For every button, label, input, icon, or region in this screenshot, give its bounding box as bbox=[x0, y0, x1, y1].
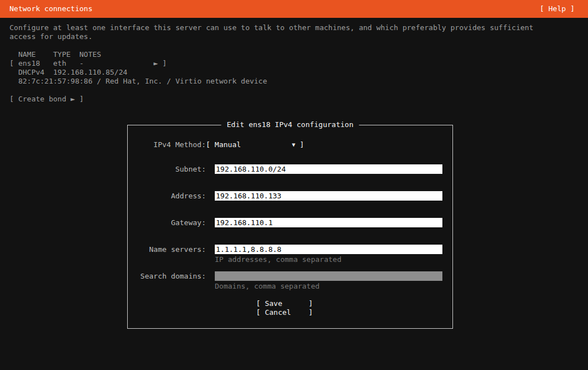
dropdown-bracket-left: [ bbox=[206, 140, 210, 149]
gateway-input[interactable] bbox=[215, 218, 442, 227]
cancel-button[interactable]: [ Cancel ] bbox=[256, 308, 313, 317]
app-title-bar: Network connections [ Help ] bbox=[0, 0, 588, 18]
gateway-label: Gateway: bbox=[134, 218, 206, 227]
search-domains-input[interactable] bbox=[215, 271, 442, 281]
nameservers-input[interactable] bbox=[215, 245, 442, 254]
search-domains-row: Search domains: bbox=[128, 271, 452, 281]
dropdown-arrow-icon: ▼ bbox=[292, 140, 300, 149]
intro-text-line2: access for updates. bbox=[9, 32, 533, 41]
dialog-title: Edit ens18 IPv4 configuration bbox=[221, 120, 359, 129]
intro-text: Configure at least one interface this se… bbox=[9, 23, 533, 41]
search-domains-label: Search domains: bbox=[134, 271, 206, 281]
save-button[interactable]: [ Save ] bbox=[256, 299, 313, 308]
ipv4-method-value: Manual bbox=[210, 140, 292, 149]
page-title: Network connections bbox=[9, 4, 93, 13]
search-domains-helper: Domains, comma separated bbox=[215, 282, 320, 291]
dialog-button-stack: [ Save ] [ Cancel ] bbox=[256, 299, 313, 317]
interface-row-ens18[interactable]: [ ens18 eth - ► ] bbox=[9, 59, 167, 68]
nameservers-row: Name servers: bbox=[128, 245, 452, 254]
ipv4-method-label: IPv4 Method: bbox=[134, 140, 206, 149]
address-input[interactable] bbox=[215, 191, 442, 201]
interface-mac-info: 82:7c:21:57:98:86 / Red Hat, Inc. / Virt… bbox=[9, 77, 267, 86]
nameservers-helper: IP addresses, comma separated bbox=[215, 255, 341, 264]
help-button[interactable]: [ Help ] bbox=[539, 4, 575, 13]
interfaces-table-header: NAME TYPE NOTES bbox=[9, 50, 101, 59]
ipv4-method-dropdown[interactable]: [ Manual ▼ ] bbox=[206, 140, 304, 149]
subnet-row: Subnet: bbox=[128, 164, 452, 174]
create-bond-button[interactable]: [ Create bond ► ] bbox=[9, 95, 84, 104]
address-label: Address: bbox=[134, 191, 206, 201]
intro-text-line1: Configure at least one interface this se… bbox=[9, 23, 533, 32]
edit-ipv4-dialog: Edit ens18 IPv4 configuration IPv4 Metho… bbox=[127, 125, 453, 329]
ipv4-method-row: IPv4 Method: [ Manual ▼ ] bbox=[128, 140, 452, 149]
nameservers-label: Name servers: bbox=[134, 245, 206, 254]
subnet-label: Subnet: bbox=[134, 164, 206, 174]
dropdown-bracket-right: ] bbox=[300, 140, 304, 149]
address-row: Address: bbox=[128, 191, 452, 201]
interface-dhcp-info: DHCPv4 192.168.110.85/24 bbox=[9, 68, 127, 77]
subnet-input[interactable] bbox=[215, 164, 442, 174]
gateway-row: Gateway: bbox=[128, 218, 452, 227]
